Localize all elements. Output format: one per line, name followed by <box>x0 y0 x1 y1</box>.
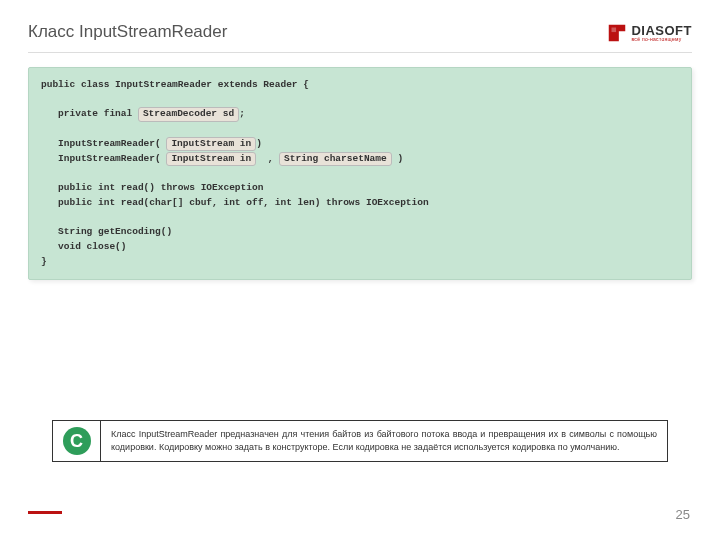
page-number: 25 <box>676 507 690 522</box>
code-line: public int read(char[] cbuf, int off, in… <box>41 197 429 208</box>
code-line: public int read() throws IOException <box>41 182 263 193</box>
note-box: C Класс InputStreamReader предназначен д… <box>52 420 668 462</box>
highlight-token: InputStream in <box>166 137 256 151</box>
highlight-token: StreamDecoder sd <box>138 107 239 121</box>
note-text: Класс InputStreamReader предназначен для… <box>101 421 667 461</box>
logo: DIASOFT всё по-настоящему <box>606 22 692 44</box>
highlight-token: InputStream in <box>166 152 256 166</box>
note-c-icon: C <box>63 427 91 455</box>
code-line: public class InputStreamReader extends R… <box>41 79 309 90</box>
divider <box>28 52 692 53</box>
logo-tagline: всё по-настоящему <box>631 37 692 42</box>
footer-accent <box>28 511 62 514</box>
code-block: public class InputStreamReader extends R… <box>28 67 692 280</box>
highlight-token: String charsetName <box>279 152 392 166</box>
page-title: Класс InputStreamReader <box>28 22 227 42</box>
code-line: } <box>41 256 47 267</box>
code-line: private final <box>41 108 138 119</box>
header: Класс InputStreamReader DIASOFT всё по-н… <box>0 0 720 52</box>
logo-mark-icon <box>606 22 628 44</box>
note-icon-cell: C <box>53 421 101 461</box>
code-line: void close() <box>41 241 127 252</box>
code-line: String getEncoding() <box>41 226 172 237</box>
code-line: InputStreamReader( <box>41 138 166 149</box>
code-line: InputStreamReader( <box>41 153 166 164</box>
